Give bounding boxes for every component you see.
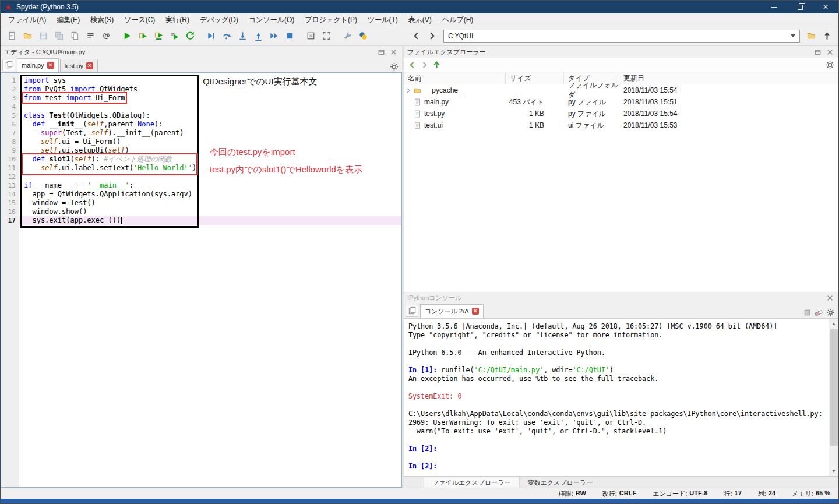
code-line[interactable]: app = QtWidgets.QApplication(sys.argv) xyxy=(19,190,401,199)
stop-button[interactable] xyxy=(282,28,298,44)
tab-test.py[interactable]: test.py✕ xyxy=(60,59,98,72)
save-all-button[interactable] xyxy=(51,28,67,44)
fullscreen-button[interactable] xyxy=(319,28,334,44)
save-button[interactable] xyxy=(36,28,51,44)
maximize-button[interactable] xyxy=(787,1,813,13)
menu-search[interactable]: 検索(S) xyxy=(85,13,119,26)
code-line[interactable] xyxy=(19,172,401,181)
menu-debug[interactable]: デバッグ(D) xyxy=(195,13,244,26)
float-pane-icon[interactable] xyxy=(813,47,823,57)
menu-projects[interactable]: プロジェクト(P) xyxy=(299,13,362,26)
code-line[interactable]: sys.exit(app.exec_()) xyxy=(19,216,401,225)
file-row-test.ui[interactable]: test.ui1 KBui ファイル2018/11/03 15:53 xyxy=(404,119,838,131)
code-line[interactable]: def slot1(self): #イベント処理の関数 xyxy=(19,155,401,164)
console-scrollbar[interactable]: ▲ ▼ xyxy=(829,319,838,476)
browse-tabs-button[interactable] xyxy=(2,59,15,71)
code-line[interactable]: self.ui = Ui_Form() xyxy=(19,138,401,146)
line-number[interactable]: 9 xyxy=(1,146,16,155)
console-options-gear-icon[interactable] xyxy=(826,308,836,318)
step-into-button[interactable] xyxy=(235,28,251,44)
close-pane-icon[interactable] xyxy=(389,47,399,57)
continue-button[interactable] xyxy=(266,28,282,44)
code-line[interactable]: super(Test, self).__init__(parent) xyxy=(19,129,401,138)
editor-options-gear-icon[interactable] xyxy=(389,62,399,72)
line-number[interactable]: 11 xyxy=(1,164,16,172)
browse-tabs-button[interactable] xyxy=(406,305,418,317)
browse-directory-button[interactable] xyxy=(803,28,819,44)
menu-run[interactable]: 実行(R) xyxy=(160,13,195,26)
line-number[interactable]: 4 xyxy=(1,103,16,111)
line-number[interactable]: 6 xyxy=(1,120,16,129)
code-line[interactable] xyxy=(19,103,401,111)
next-directory-icon[interactable] xyxy=(420,60,429,70)
run-button[interactable] xyxy=(119,28,135,44)
line-number[interactable]: 8 xyxy=(1,138,16,146)
menu-source[interactable]: ソース(C) xyxy=(119,13,160,26)
line-number[interactable]: 14 xyxy=(1,190,16,199)
menu-help[interactable]: ヘルプ(H) xyxy=(437,13,479,26)
line-number[interactable]: 2 xyxy=(1,85,16,94)
column-header-name[interactable]: 名前 xyxy=(404,72,506,84)
code-editor[interactable]: 1234567891011121314151617 import sysfrom… xyxy=(1,72,402,488)
file-row-test.py[interactable]: test.py1 KBpy ファイル2018/11/03 15:54 xyxy=(404,108,838,119)
restart-button[interactable] xyxy=(182,28,198,44)
interrupt-kernel-icon[interactable] xyxy=(802,308,812,318)
run-cell-button[interactable] xyxy=(135,28,151,44)
parent-directory-icon[interactable] xyxy=(432,60,442,70)
close-pane-icon[interactable] xyxy=(825,293,835,303)
menu-tools[interactable]: ツール(T) xyxy=(362,13,403,26)
code-line[interactable]: from test import Ui_Form xyxy=(19,94,401,103)
code-line[interactable]: self.ui.setupUi(self) xyxy=(19,146,401,155)
minimize-button[interactable] xyxy=(762,1,787,13)
open-file-button[interactable] xyxy=(20,28,36,44)
code-line[interactable]: window.show() xyxy=(19,207,401,216)
scroll-down-icon[interactable]: ▼ xyxy=(829,466,839,476)
close-tab-icon[interactable]: ✕ xyxy=(47,62,54,69)
back-button[interactable] xyxy=(408,28,424,44)
parent-directory-button[interactable] xyxy=(819,28,835,44)
pane-tab-variable-explorer[interactable]: 変数エクスプローラー xyxy=(520,477,602,488)
clear-console-icon[interactable] xyxy=(814,308,824,318)
outline-button[interactable] xyxy=(83,28,98,44)
previous-directory-icon[interactable] xyxy=(407,60,417,70)
menu-edit[interactable]: 編集(E) xyxy=(51,13,85,26)
tab-main.py[interactable]: main.py✕ xyxy=(17,58,59,72)
menu-view[interactable]: 表示(V) xyxy=(403,13,437,26)
line-number[interactable]: 10 xyxy=(1,155,16,164)
code-line[interactable]: if __name__ == '__main__': xyxy=(19,181,401,190)
code-line[interactable]: self.ui.label.setText('Hello World!') xyxy=(19,164,401,172)
code-line[interactable]: window = Test() xyxy=(19,199,401,207)
column-header-date[interactable]: 更新日 xyxy=(619,72,838,84)
new-file-button[interactable] xyxy=(4,28,20,44)
code-line[interactable]: def __init__(self,parent=None): xyxy=(19,120,401,129)
column-header-size[interactable]: サイズ xyxy=(506,72,564,84)
line-number[interactable]: 13 xyxy=(1,181,16,190)
line-number[interactable]: 16 xyxy=(1,207,16,216)
code-line[interactable]: class Test(QtWidgets.QDialog): xyxy=(19,111,401,120)
float-pane-icon[interactable] xyxy=(376,47,386,57)
menu-consoles[interactable]: コンソール(O) xyxy=(244,13,299,26)
scroll-up-icon[interactable]: ▲ xyxy=(829,319,839,329)
debug-button[interactable] xyxy=(203,28,219,44)
line-number-gutter[interactable]: 1234567891011121314151617 xyxy=(1,73,19,487)
copy-button[interactable] xyxy=(67,28,83,44)
file-row-main.py[interactable]: main.py453 バイトpy ファイル2018/11/03 15:51 xyxy=(404,96,838,108)
step-out-button[interactable] xyxy=(251,28,266,44)
code-line[interactable]: from PyQt5 import QtWidgets xyxy=(19,85,401,94)
close-pane-icon[interactable] xyxy=(825,47,835,57)
explorer-options-gear-icon[interactable] xyxy=(825,60,835,70)
tab-console-2a[interactable]: コンソール 2/A ✕ xyxy=(420,304,484,318)
line-number[interactable]: 5 xyxy=(1,111,16,120)
menu-file[interactable]: ファイル(A) xyxy=(3,13,51,26)
run-cell-advance-button[interactable] xyxy=(151,28,167,44)
forward-button[interactable] xyxy=(424,28,440,44)
line-number[interactable]: 3 xyxy=(1,94,16,103)
code-line[interactable]: import sys xyxy=(19,76,401,85)
close-button[interactable]: ✕ xyxy=(813,1,838,13)
line-number[interactable]: 1 xyxy=(1,76,16,85)
line-number[interactable]: 12 xyxy=(1,172,16,181)
tools-button[interactable] xyxy=(340,28,355,44)
file-row-__pycache__[interactable]: __pycache__ファイルフォルダ2018/11/03 15:54 xyxy=(404,84,838,96)
close-tab-icon[interactable]: ✕ xyxy=(472,308,479,315)
working-directory-combo[interactable]: C:¥QtUI xyxy=(443,30,800,43)
